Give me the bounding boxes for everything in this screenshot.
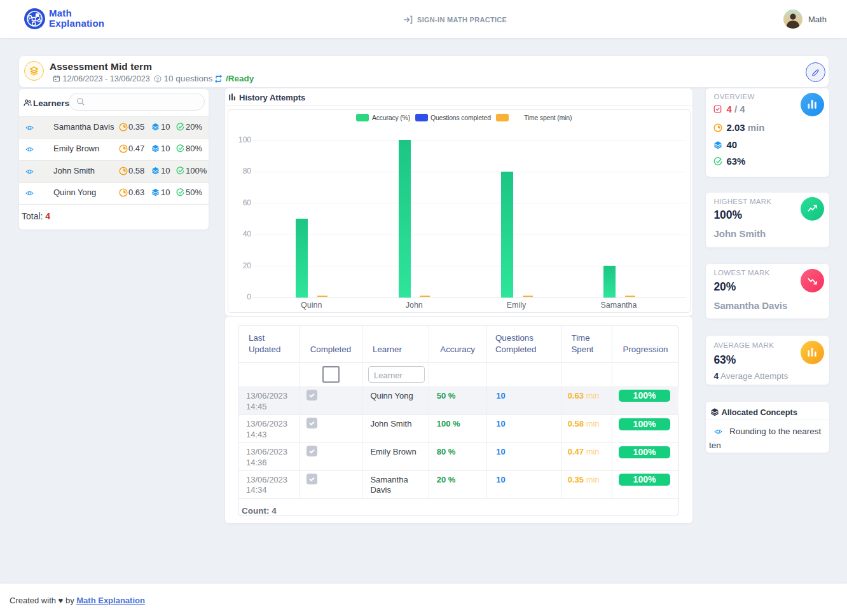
svg-text:?: ?: [156, 76, 159, 81]
